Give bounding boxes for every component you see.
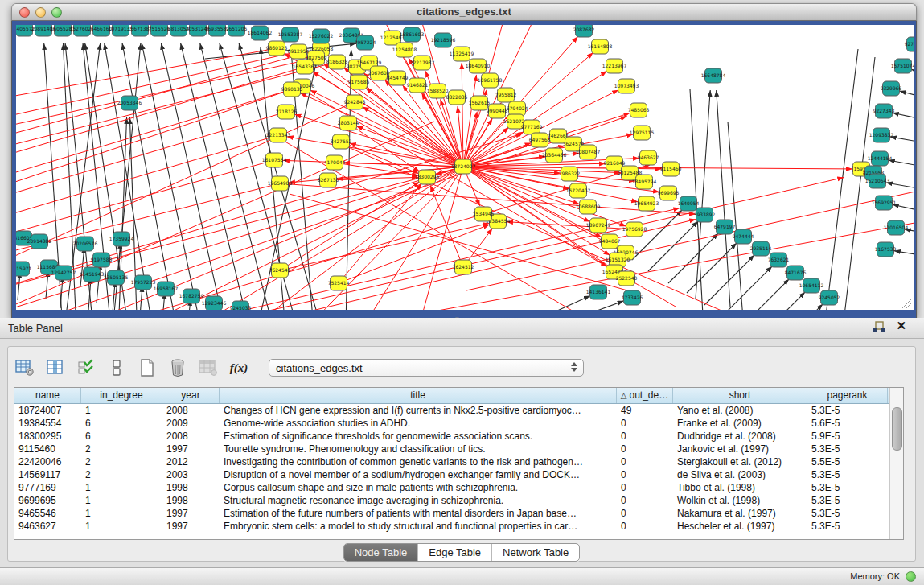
graph-edge[interactable] [105, 43, 153, 310]
graph-node-label: 1562615 [469, 100, 491, 105]
graph-edge[interactable] [142, 43, 201, 310]
graph-edge[interactable] [886, 183, 914, 192]
delete-column-icon[interactable] [167, 357, 188, 378]
table-view-icon[interactable] [106, 357, 127, 378]
column-header-name[interactable]: name [14, 388, 81, 403]
table-cell: Corpus callosum shape and size in male p… [220, 481, 617, 494]
function-builder-icon[interactable]: f(x) [228, 357, 249, 378]
graph-edge[interactable] [306, 167, 463, 310]
tab-node-table[interactable]: Node Table [344, 544, 418, 561]
graph-edge[interactable] [337, 167, 463, 179]
graph-edge[interactable] [339, 183, 421, 283]
memory-status-label: Memory: OK [850, 568, 900, 585]
graph-edge[interactable] [890, 137, 914, 146]
table-cell: 2003 [162, 468, 220, 481]
graph-edge[interactable] [824, 49, 858, 310]
scrollbar-thumb[interactable] [892, 407, 902, 451]
column-header-year[interactable]: year [162, 388, 220, 403]
select-all-icon[interactable] [76, 357, 97, 378]
graph-edge[interactable] [894, 251, 914, 258]
graph-node-label: 16210643 [865, 178, 890, 183]
graph-edge[interactable] [16, 160, 274, 241]
column-visibility-icon[interactable] [45, 357, 66, 378]
table-cell: 9465546 [14, 507, 81, 520]
table-selector-value: citations_edges.txt [276, 362, 363, 374]
close-window-button[interactable] [19, 7, 30, 18]
table-cell: 0 [617, 481, 673, 494]
network-canvas[interactable]: 1872400798601238912954182260589827509165… [16, 25, 914, 310]
graph-edge[interactable] [739, 279, 789, 310]
graph-node-label: 9329966 [881, 85, 902, 91]
tab-edge-table[interactable]: Edge Table [417, 544, 491, 561]
table-row[interactable]: 2242004622012Investigating the contribut… [14, 455, 903, 468]
graph-node-label: 12213967 [602, 63, 627, 68]
new-column-icon[interactable] [137, 357, 158, 378]
table-row[interactable]: 969969511998Structural magnetic resonanc… [14, 494, 903, 507]
import-table-icon[interactable] [198, 357, 219, 378]
application-root: citations_edges.txt 18724007986012389129… [0, 0, 924, 585]
graph-node-label: 1640954 [678, 200, 700, 206]
column-header-pagerank[interactable]: pagerank [807, 388, 888, 403]
zoom-window-button[interactable] [51, 7, 62, 18]
table-row[interactable]: 1938455462009Genome-wide association stu… [14, 417, 903, 430]
graph-edge[interactable] [893, 204, 914, 215]
column-header-title[interactable]: title [220, 388, 617, 403]
graph-edge[interactable] [773, 304, 823, 310]
table-cell: 5.3E-5 [807, 468, 888, 481]
table-row[interactable]: 977716911998Corpus callosum shape and si… [14, 481, 903, 494]
table-row[interactable]: 1456911722003Disruption of a novel membe… [14, 468, 903, 481]
table-row[interactable]: 911546021997Tourette syndrome. Phenomeno… [14, 443, 903, 455]
graph-edge[interactable] [280, 182, 420, 270]
graph-edge[interactable] [16, 135, 278, 222]
column-header-in_degree[interactable]: in_degree [81, 388, 162, 403]
table-row[interactable]: 1830029562008Estimation of significance … [14, 430, 903, 443]
graph-edge[interactable] [893, 113, 914, 123]
table-cell: Estimation of significance thresholds fo… [220, 430, 617, 443]
table-row[interactable]: 1872400712008Changes of HCN gene express… [14, 404, 903, 417]
close-panel-icon[interactable]: ✕ [896, 319, 906, 333]
graph-edge[interactable] [531, 296, 590, 310]
graph-node-label: 1167533 [875, 246, 897, 252]
graph-edge[interactable] [430, 185, 463, 267]
graph-edge[interactable] [696, 90, 710, 299]
table-row[interactable]: 946554611997Estimation of the future num… [14, 507, 903, 520]
vertical-scrollbar[interactable] [889, 388, 903, 539]
graph-edge[interactable] [341, 142, 419, 174]
table-cell: 2008 [162, 404, 220, 417]
table-mode-icon[interactable] [14, 357, 35, 378]
table-cell: 19384554 [14, 417, 81, 430]
graph-node-label: 9245052 [819, 295, 840, 300]
table-cell: 49 [617, 404, 673, 417]
table-cell: Jankovic et al. (1997) [673, 443, 807, 455]
graph-edge[interactable] [16, 51, 298, 122]
table-cell: de Silva et al. (2003) [673, 468, 807, 481]
minimize-window-button[interactable] [35, 7, 46, 18]
graph-node-label: 8471676 [785, 270, 807, 275]
table-cell: 2 [81, 455, 162, 468]
table-cell: 14569117 [14, 468, 81, 481]
combo-arrows-icon [571, 362, 577, 372]
sort-ascending-icon: △ [621, 391, 627, 400]
graph-edge[interactable] [889, 160, 914, 170]
canvas-resize-grip[interactable] [902, 299, 912, 308]
graph-edge[interactable] [137, 167, 463, 310]
column-header-short[interactable]: short [673, 388, 807, 403]
float-panel-icon[interactable] [873, 321, 885, 336]
graph-edge[interactable] [200, 43, 273, 310]
graph-node-label: 8322035 [446, 94, 468, 100]
column-header-out_de[interactable]: △out_de… [617, 388, 673, 403]
table-row[interactable]: 946362711997Embryonic stem cells: a mode… [14, 520, 903, 533]
tab-network-table[interactable]: Network Table [491, 544, 579, 561]
graph-edge[interactable] [16, 112, 286, 202]
graph-node-label: 13505135 [104, 274, 129, 280]
graph-edge[interactable] [728, 122, 744, 310]
table-cell: 5.3E-5 [807, 494, 888, 507]
graph-edge[interactable] [900, 91, 914, 102]
graph-edge[interactable] [755, 292, 805, 310]
graph-edge[interactable] [687, 243, 737, 293]
table-selector[interactable]: citations_edges.txt [269, 359, 584, 377]
table-cell: 5.3E-5 [807, 507, 888, 520]
graph-node-label: 17359924 [109, 236, 134, 241]
window-titlebar[interactable]: citations_edges.txt [11, 3, 917, 21]
graph-node-label: 11254808 [392, 47, 417, 52]
